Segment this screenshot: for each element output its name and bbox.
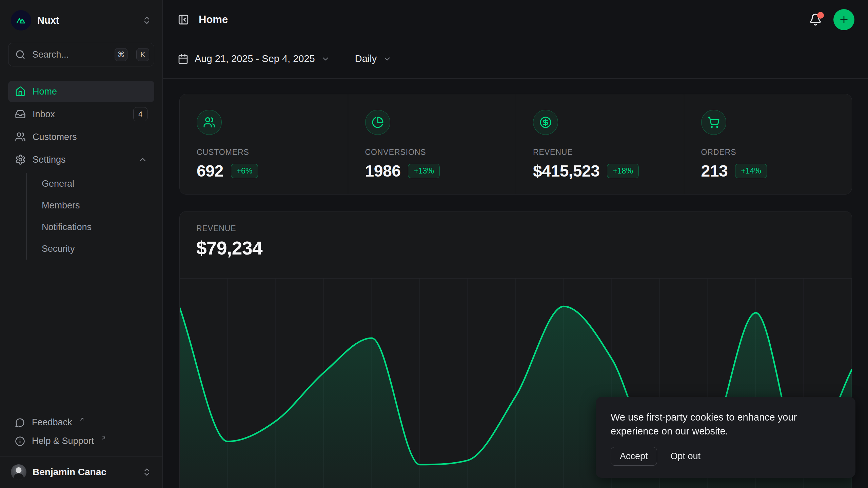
date-range-value: Aug 21, 2025 - Sep 4, 2025 <box>195 53 315 64</box>
panel-left-close-icon <box>178 14 189 25</box>
stat-delta-badge: +18% <box>607 164 638 178</box>
inbox-icon <box>15 109 26 120</box>
filters-toolbar: Aug 21, 2025 - Sep 4, 2025 Daily <box>163 39 868 79</box>
sidebar-item-label: Customers <box>33 132 77 142</box>
sidebar-item-security[interactable]: Security <box>38 238 154 260</box>
cookie-banner: We use first-party cookies to enhance yo… <box>596 397 855 478</box>
kbd-cmd: ⌘ <box>115 48 127 61</box>
date-range-picker[interactable]: Aug 21, 2025 - Sep 4, 2025 <box>178 53 330 64</box>
search-placeholder: Search... <box>32 49 106 60</box>
stat-delta-badge: +6% <box>231 164 258 178</box>
footer-link-label: Help & Support <box>32 436 94 446</box>
stat-orders[interactable]: ORDERS 213 +14% <box>684 94 852 194</box>
external-link-arrow-icon <box>101 435 106 441</box>
stat-value: 1986 <box>365 162 401 180</box>
sidebar-item-customers[interactable]: Customers <box>8 126 154 148</box>
search-icon <box>15 49 25 60</box>
user-menu-button[interactable]: Benjamin Canac <box>8 462 154 483</box>
search-input[interactable]: Search... ⌘ K <box>8 43 154 66</box>
top-header: Home <box>163 0 868 39</box>
calendar-icon <box>178 54 189 64</box>
sidebar-item-label: Settings <box>33 155 66 165</box>
sidebar: Nuxt Search... ⌘ K Home Inbox 4 <box>0 0 163 488</box>
nuxt-logo-icon <box>11 10 31 30</box>
chevron-up-down-icon <box>142 16 152 25</box>
revenue-chart-label: REVENUE <box>196 224 835 233</box>
sidebar-item-label: Home <box>33 86 57 97</box>
stats-row: CUSTOMERS 692 +6% CONVERSIONS 1986 +13% <box>179 94 852 195</box>
home-icon <box>15 86 26 97</box>
sidebar-item-inbox[interactable]: Inbox 4 <box>8 103 154 125</box>
opt-out-button[interactable]: Opt out <box>667 447 704 465</box>
external-link-arrow-icon <box>79 416 85 422</box>
stat-label: REVENUE <box>533 148 684 157</box>
stat-value: $415,523 <box>533 162 599 180</box>
sidebar-nav: Home Inbox 4 Customers Settings <box>8 81 154 260</box>
chevron-down-icon <box>383 55 392 63</box>
stat-conversions[interactable]: CONVERSIONS 1986 +13% <box>348 94 516 194</box>
page-title: Home <box>199 14 797 26</box>
inbox-count-badge: 4 <box>133 107 147 121</box>
users-icon <box>197 110 222 135</box>
info-circle-icon <box>15 436 25 446</box>
cart-icon <box>701 110 726 135</box>
stat-delta-badge: +14% <box>735 164 767 178</box>
sidebar-item-settings[interactable]: Settings <box>8 149 154 170</box>
chevron-up-down-icon <box>142 467 152 477</box>
stat-label: ORDERS <box>701 148 852 157</box>
workspace-switcher[interactable]: Nuxt <box>8 8 154 33</box>
chevron-down-icon <box>321 55 330 63</box>
revenue-chart-value: $79,234 <box>196 237 835 259</box>
cookie-message: We use first-party cookies to enhance yo… <box>611 410 828 438</box>
stat-value: 692 <box>197 162 223 180</box>
sidebar-item-home[interactable]: Home <box>8 81 154 102</box>
stat-delta-badge: +13% <box>408 164 439 178</box>
pie-chart-icon <box>365 110 390 135</box>
sidebar-user-section: Benjamin Canac <box>0 456 162 488</box>
user-avatar <box>11 464 26 480</box>
feedback-link[interactable]: Feedback <box>8 414 154 430</box>
sidebar-footer-links: Feedback Help & Support <box>8 414 154 456</box>
footer-link-label: Feedback <box>32 417 72 428</box>
granularity-select[interactable]: Daily <box>355 53 392 64</box>
sidebar-item-general[interactable]: General <box>38 173 154 195</box>
sidebar-item-label: Inbox <box>33 109 55 120</box>
settings-subnav: General Members Notifications Security <box>26 173 154 260</box>
stat-revenue[interactable]: REVENUE $415,523 +18% <box>516 94 684 194</box>
plus-icon <box>839 14 849 25</box>
user-name: Benjamin Canac <box>33 467 136 477</box>
stat-label: CONVERSIONS <box>365 148 516 157</box>
stat-customers[interactable]: CUSTOMERS 692 +6% <box>180 94 348 194</box>
sidebar-item-members[interactable]: Members <box>38 195 154 216</box>
gear-icon <box>15 154 26 165</box>
kbd-k: K <box>136 48 149 61</box>
add-new-button[interactable] <box>833 9 854 30</box>
chevron-up-icon <box>138 155 147 164</box>
help-support-link[interactable]: Help & Support <box>8 433 154 449</box>
collapse-sidebar-button[interactable] <box>178 14 189 25</box>
workspace-name: Nuxt <box>37 15 136 26</box>
message-bubble-icon <box>15 418 25 428</box>
accept-cookies-button[interactable]: Accept <box>611 447 657 466</box>
stat-label: CUSTOMERS <box>197 148 348 157</box>
granularity-value: Daily <box>355 53 377 64</box>
dollar-circle-icon <box>533 110 558 135</box>
sidebar-item-notifications[interactable]: Notifications <box>38 216 154 238</box>
notifications-button[interactable] <box>807 11 824 28</box>
stat-value: 213 <box>701 162 728 180</box>
notification-dot <box>817 12 824 19</box>
users-icon <box>15 131 26 142</box>
